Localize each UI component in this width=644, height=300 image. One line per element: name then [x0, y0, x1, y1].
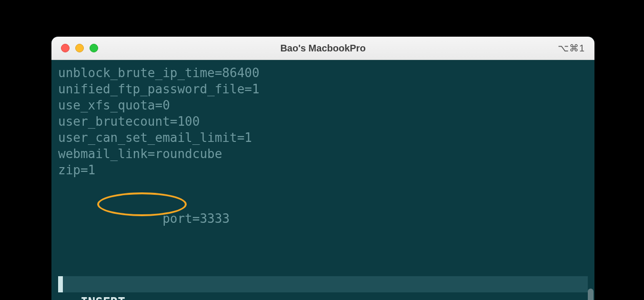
minimize-icon[interactable] — [75, 44, 84, 52]
traffic-lights — [61, 44, 98, 52]
config-line: zip=1 — [58, 162, 588, 178]
config-line: user_can_set_email_limit=1 — [58, 130, 588, 146]
config-line: user_brutecount=100 — [58, 113, 588, 130]
terminal-window: Bao's MacbookPro ⌥⌘1 unblock_brute_ip_ti… — [51, 37, 594, 300]
vim-mode-line: -- INSERT -- — [58, 294, 588, 300]
cursor-line — [58, 276, 588, 292]
config-line-highlighted: port=3333 — [58, 178, 588, 275]
terminal-body[interactable]: unblock_brute_ip_time=86400 unified_ftp_… — [51, 60, 594, 300]
zoom-icon[interactable] — [90, 44, 98, 52]
window-title: Bao's MacbookPro — [51, 43, 594, 54]
config-line: unified_ftp_password_file=1 — [58, 81, 588, 97]
window-shortcut-indicator: ⌥⌘1 — [558, 42, 585, 54]
current-line-highlight — [58, 276, 588, 292]
titlebar: Bao's MacbookPro ⌥⌘1 — [51, 37, 594, 60]
config-line: webmail_link=roundcube — [58, 146, 588, 162]
scrollbar-thumb[interactable] — [588, 289, 594, 300]
config-line: unblock_brute_ip_time=86400 — [58, 65, 588, 81]
text-cursor-icon — [58, 276, 63, 292]
port-setting-text: port=3333 — [162, 211, 230, 226]
config-line: use_xfs_quota=0 — [58, 97, 588, 113]
close-icon[interactable] — [61, 44, 70, 52]
